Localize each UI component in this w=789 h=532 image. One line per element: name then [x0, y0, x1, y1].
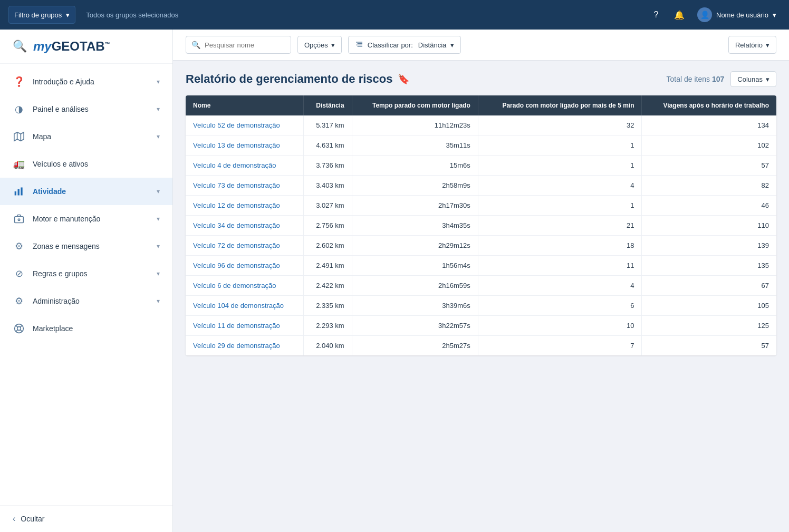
cell-parado-5min: 32 [478, 115, 642, 136]
map-icon [13, 130, 25, 143]
search-box[interactable]: 🔍 [186, 36, 291, 54]
cell-viagens-apos: 46 [642, 196, 776, 216]
engine-icon [13, 212, 25, 225]
table-row: Veículo 6 de demonstração 2.422 km 2h16m… [186, 276, 776, 296]
bookmark-icon[interactable]: 🔖 [398, 73, 409, 85]
cell-viagens-apos: 139 [642, 236, 776, 256]
logo-search-icon: 🔍 [13, 40, 27, 53]
report-meta: Total de itens 107 Colunas [667, 71, 776, 87]
cell-distancia: 2.422 km [303, 276, 352, 296]
zones-icon: ⚙ [13, 240, 25, 253]
cell-nome: Veículo 52 de demonstração [186, 115, 303, 136]
admin-chevron-icon [157, 297, 160, 305]
group-filter-button[interactable]: Filtro de grupos [8, 6, 75, 24]
svg-rect-4 [18, 189, 20, 196]
motor-chevron-icon [157, 215, 160, 223]
table-row: Veículo 72 de demonstração 2.602 km 2h29… [186, 236, 776, 256]
report-header: Relatório de gerenciamento de riscos 🔖 T… [186, 71, 776, 87]
cell-tempo-parado: 11h12m23s [352, 115, 478, 136]
cell-parado-5min: 4 [478, 276, 642, 296]
table-row: Veículo 96 de demonstração 2.491 km 1h56… [186, 256, 776, 276]
cell-tempo-parado: 2h16m59s [352, 276, 478, 296]
cell-distancia: 5.317 km [303, 115, 352, 136]
sort-button[interactable]: Classificar por: Distância [348, 36, 461, 54]
sidebar-footer-label: Ocultar [21, 515, 44, 523]
cell-distancia: 2.491 km [303, 256, 352, 276]
help-circle-icon: ❓ [13, 75, 25, 88]
cell-tempo-parado: 2h5m27s [352, 336, 478, 356]
cell-parado-5min: 1 [478, 136, 642, 156]
cell-distancia: 2.293 km [303, 316, 352, 336]
marketplace-icon [13, 322, 25, 335]
cell-viagens-apos: 67 [642, 276, 776, 296]
sidebar-item-label-mapa: Mapa [33, 132, 149, 141]
col-header-parado-5min: Parado com motor ligado por mais de 5 mi… [478, 95, 642, 115]
cell-tempo-parado: 3h4m35s [352, 216, 478, 236]
table-row: Veículo 12 de demonstração 3.027 km 2h17… [186, 196, 776, 216]
svg-marker-0 [14, 132, 24, 141]
report-title: Relatório de gerenciamento de riscos 🔖 [186, 72, 667, 86]
sidebar-item-atividade[interactable]: Atividade [0, 178, 172, 205]
svg-point-9 [17, 327, 21, 331]
svg-rect-3 [15, 191, 16, 196]
cell-distancia: 3.736 km [303, 156, 352, 176]
sidebar-item-regras[interactable]: ⊘ Regras e grupos [0, 260, 172, 287]
svg-line-11 [20, 330, 22, 332]
help-button[interactable]: ? [647, 5, 666, 24]
svg-line-13 [16, 330, 18, 332]
sidebar-item-motor[interactable]: Motor e manutenção [0, 205, 172, 233]
user-name: Nome de usuário [716, 11, 768, 19]
painel-chevron-icon [157, 105, 160, 113]
cell-viagens-apos: 135 [642, 256, 776, 276]
sidebar-item-mapa[interactable]: Mapa [0, 123, 172, 150]
cell-viagens-apos: 57 [642, 336, 776, 356]
admin-icon: ⚙ [13, 295, 25, 307]
report-button[interactable]: Relatório [728, 36, 776, 54]
content-toolbar: 🔍 Opções Classificar por: Distância [173, 30, 789, 61]
sidebar-item-marketplace[interactable]: Marketplace [0, 315, 172, 342]
columns-button[interactable]: Colunas [730, 71, 776, 87]
cell-nome: Veículo 29 de demonstração [186, 336, 303, 356]
sidebar-item-zonas[interactable]: ⚙ Zonas e mensagens [0, 233, 172, 260]
search-icon: 🔍 [191, 41, 200, 49]
cell-tempo-parado: 1h56m4s [352, 256, 478, 276]
cell-distancia: 4.631 km [303, 136, 352, 156]
bell-icon: 🔔 [674, 10, 685, 20]
cell-distancia: 3.027 km [303, 196, 352, 216]
cell-parado-5min: 6 [478, 296, 642, 316]
cell-viagens-apos: 82 [642, 176, 776, 196]
report-area: Relatório de gerenciamento de riscos 🔖 T… [173, 61, 789, 532]
sidebar-item-admin[interactable]: ⚙ Administração [0, 287, 172, 315]
table-row: Veículo 4 de demonstração 3.736 km 15m6s… [186, 156, 776, 176]
atividade-chevron-icon [157, 188, 160, 195]
svg-rect-5 [21, 188, 22, 196]
table-row: Veículo 52 de demonstração 5.317 km 11h1… [186, 115, 776, 136]
col-header-tempo-parado: Tempo parado com motor ligado [352, 95, 478, 115]
zonas-chevron-icon [157, 243, 160, 250]
cell-nome: Veículo 104 de demonstração [186, 296, 303, 316]
cell-nome: Veículo 12 de demonstração [186, 196, 303, 216]
cell-nome: Veículo 13 de demonstração [186, 136, 303, 156]
options-button[interactable]: Opções [297, 36, 342, 54]
topbar-icons: ? 🔔 👤 Nome de usuário [647, 5, 781, 24]
table-header: Nome Distância Tempo parado com motor li… [186, 95, 776, 115]
cell-distancia: 2.756 km [303, 216, 352, 236]
sidebar-item-intro[interactable]: ❓ Introdução e Ajuda [0, 68, 172, 95]
table-row: Veículo 13 de demonstração 4.631 km 35m1… [186, 136, 776, 156]
avatar-icon: 👤 [700, 11, 709, 19]
cell-tempo-parado: 15m6s [352, 156, 478, 176]
cell-parado-5min: 10 [478, 316, 642, 336]
cell-tempo-parado: 3h39m6s [352, 296, 478, 316]
regras-chevron-icon [157, 270, 160, 277]
sidebar-item-painel[interactable]: ◑ Painel e análises [0, 95, 172, 123]
table-body: Veículo 52 de demonstração 5.317 km 11h1… [186, 115, 776, 355]
cell-nome: Veículo 96 de demonstração [186, 256, 303, 276]
search-input[interactable] [205, 41, 285, 49]
notifications-button[interactable]: 🔔 [670, 5, 689, 24]
filter-chevron-icon [66, 11, 70, 19]
sidebar-collapse-button[interactable]: ‹ Ocultar [0, 505, 172, 532]
report-table: Nome Distância Tempo parado com motor li… [186, 95, 776, 355]
cell-parado-5min: 7 [478, 336, 642, 356]
user-menu[interactable]: 👤 Nome de usuário [693, 5, 781, 24]
sidebar-item-veiculos[interactable]: 🚛 Veículos e ativos [0, 150, 172, 178]
